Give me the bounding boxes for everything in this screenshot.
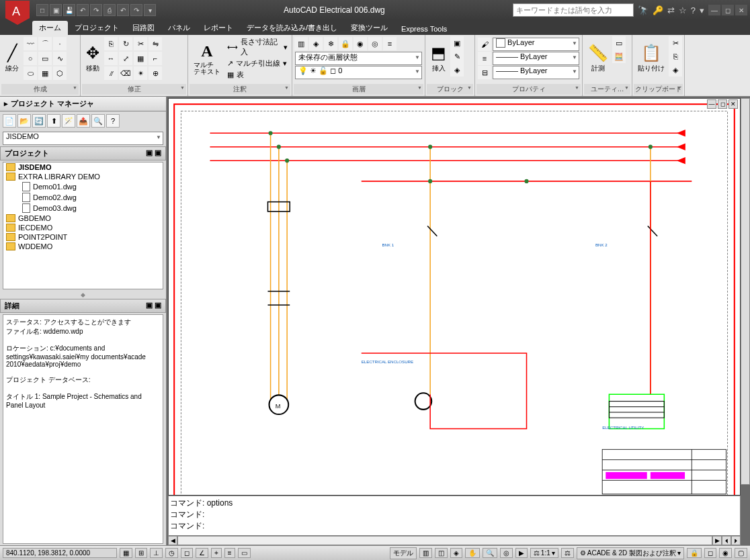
tree-demo03[interactable]: Demo03.dwg [3, 203, 163, 214]
splitter-grip[interactable]: ◆ [0, 291, 166, 299]
move-button[interactable]: ✥移動 [82, 36, 103, 81]
scale-icon[interactable]: ⤢ [119, 52, 132, 65]
chevron-down-icon[interactable]: ▾ [700, 5, 704, 15]
layer-freeze-icon[interactable]: ❄ [324, 37, 337, 50]
new-icon[interactable]: □ [36, 4, 48, 16]
lineweight-icon[interactable]: ≡ [478, 52, 491, 65]
pm-up-icon[interactable]: ⬆ [47, 114, 60, 128]
tree-demo02[interactable]: Demo02.dwg [3, 192, 163, 203]
layer-iso-icon[interactable]: ◈ [309, 37, 323, 50]
qp-toggle[interactable]: ▭ [238, 548, 251, 558]
otrack-toggle[interactable]: ∠ [196, 548, 208, 558]
ellipse-icon[interactable]: ⬭ [24, 66, 37, 80]
pm-open-icon[interactable]: 📂 [17, 114, 31, 128]
scroll-right-icon[interactable]: ▶ [712, 536, 722, 545]
layer-on-icon[interactable]: ◎ [368, 37, 382, 50]
polar-toggle[interactable]: ◷ [165, 548, 178, 558]
trim-icon[interactable]: ✂ [134, 37, 147, 50]
paste-button[interactable]: 📋貼り付け [634, 36, 669, 81]
project-tree[interactable]: JISDEMO EXTRA LIBRARY DEMO Demo01.dwg De… [3, 162, 163, 289]
tree-iec[interactable]: IECDEMO [3, 223, 163, 232]
project-combo[interactable]: JISDEMO [3, 132, 163, 145]
mleader-button[interactable]: ↗マルチ引出線▾ [224, 58, 290, 69]
dyn-toggle[interactable]: + [211, 548, 222, 558]
dimension-button[interactable]: ⟷長さ寸法記入▾ [224, 36, 290, 58]
open-icon[interactable]: ▣ [50, 4, 62, 16]
pm-refresh-icon[interactable]: 🔄 [32, 114, 46, 128]
circle-icon[interactable]: ○ [24, 52, 37, 65]
layout-nav-icon[interactable]: ▥ [419, 548, 432, 558]
stretch-icon[interactable]: ↔ [104, 52, 118, 65]
qat-more-icon[interactable]: ▾ [144, 4, 156, 16]
join-icon[interactable]: ⊕ [149, 66, 162, 80]
osnap-toggle[interactable]: ◻ [181, 548, 193, 558]
tree-extra[interactable]: EXTRA LIBRARY DEMO [3, 172, 163, 181]
vertical-scrollbar[interactable] [741, 98, 750, 485]
vp-minimize-icon[interactable]: — [707, 99, 716, 109]
status-coords[interactable]: 840.1120, 198.3812, 0.0000 [3, 548, 117, 558]
tab-circuit[interactable]: 回路図 [126, 21, 161, 35]
tree-wd[interactable]: WDDEMO [3, 242, 163, 251]
tab-convert[interactable]: 変換ツール [344, 21, 394, 35]
tab-panel[interactable]: パネル [161, 21, 197, 35]
layer-lock-icon[interactable]: 🔒 [339, 37, 352, 50]
hscroll-track[interactable] [177, 536, 712, 545]
block-edit-icon[interactable]: ✎ [450, 50, 464, 63]
layer-state-dropdown[interactable]: 未保存の画層状態 [295, 52, 422, 65]
command-line[interactable]: コマンド: options コマンド: コマンド: [168, 496, 741, 536]
copy-clip-icon[interactable]: ⎘ [669, 50, 682, 63]
binoculars-icon[interactable]: 🔭 [638, 5, 649, 15]
model-space-button[interactable]: モデル [390, 547, 417, 559]
insert-button[interactable]: ⬒挿入 [427, 36, 450, 81]
pm-filter-icon[interactable]: 🔍 [91, 114, 105, 128]
measure-button[interactable]: 📏計測 [584, 36, 612, 81]
match-icon[interactable]: ◈ [669, 63, 682, 77]
linetype-dropdown[interactable]: ——— ByLayer [493, 66, 579, 79]
steering-icon[interactable]: ◎ [500, 548, 513, 558]
lineweight-dropdown[interactable]: ——— ByLayer [493, 52, 579, 65]
block-create-icon[interactable]: ▣ [450, 36, 464, 50]
offset-icon[interactable]: ⫽ [104, 66, 118, 80]
anno-vis-icon[interactable]: ⚖ [561, 548, 574, 558]
quickview-icon[interactable]: ◫ [435, 548, 448, 558]
maximize-icon[interactable]: ◻ [722, 5, 734, 15]
workspace-switch[interactable]: ⚙ACADE & 2D 製図および注釈▾ [577, 547, 684, 559]
ortho-toggle[interactable]: ⊥ [150, 548, 163, 558]
anno-scale[interactable]: ⚖ 1:1▾ [530, 548, 558, 558]
tab-home[interactable]: ホーム [32, 21, 68, 35]
pm-help-icon[interactable]: ? [106, 114, 120, 128]
explode-icon[interactable]: ✴ [134, 66, 147, 80]
favorite-icon[interactable]: ☆ [679, 5, 687, 15]
project-section-header[interactable]: プロジェクト▣ ▣ [0, 146, 166, 160]
dot-icon[interactable]: · [53, 37, 67, 50]
spline-icon[interactable]: ∿ [53, 52, 67, 65]
layer-current-dropdown[interactable]: 💡 ☀ 🔓 ◻ 0 [295, 66, 422, 79]
line-button[interactable]: ╱ 線分 [1, 36, 23, 81]
horizontal-scrollbar[interactable]: ◀ ▶ ⏴ ⏵ [168, 536, 741, 545]
copy-icon[interactable]: ⎘ [104, 37, 118, 50]
scroll-left-icon[interactable]: ◀ [168, 536, 177, 545]
minimize-icon[interactable]: — [708, 5, 720, 15]
layout-right-icon[interactable]: ⏵ [731, 536, 741, 545]
tab-express[interactable]: Express Tools [394, 23, 454, 35]
vp-close-icon[interactable]: ✕ [728, 99, 738, 109]
mirror-icon[interactable]: ⇋ [149, 37, 162, 50]
help-icon[interactable]: ? [691, 5, 696, 15]
lock-ui-icon[interactable]: 🔒 [687, 548, 702, 558]
help-search-input[interactable] [513, 3, 634, 17]
tree-p2p[interactable]: POINT2POINT [3, 232, 163, 242]
grid-toggle[interactable]: ⊞ [135, 548, 147, 558]
tab-data[interactable]: データを読み込み/書き出し [240, 21, 344, 35]
zoom-icon[interactable]: 🔍 [483, 548, 497, 558]
drawing-canvas[interactable]: M [168, 98, 741, 496]
layer-match-icon[interactable]: ≡ [383, 37, 397, 50]
select-icon[interactable]: ▭ [612, 36, 626, 50]
undo-icon[interactable]: ↶ [77, 4, 89, 16]
tab-report[interactable]: レポート [197, 21, 240, 35]
pm-wizard-icon[interactable]: 🪄 [62, 114, 75, 128]
save-icon[interactable]: 💾 [63, 4, 75, 16]
rotate-icon[interactable]: ↻ [119, 37, 132, 50]
match-prop-icon[interactable]: 🖌 [478, 38, 491, 51]
multitext-button[interactable]: Aマルチ テキスト [190, 36, 224, 81]
close-icon[interactable]: ✕ [735, 5, 747, 15]
